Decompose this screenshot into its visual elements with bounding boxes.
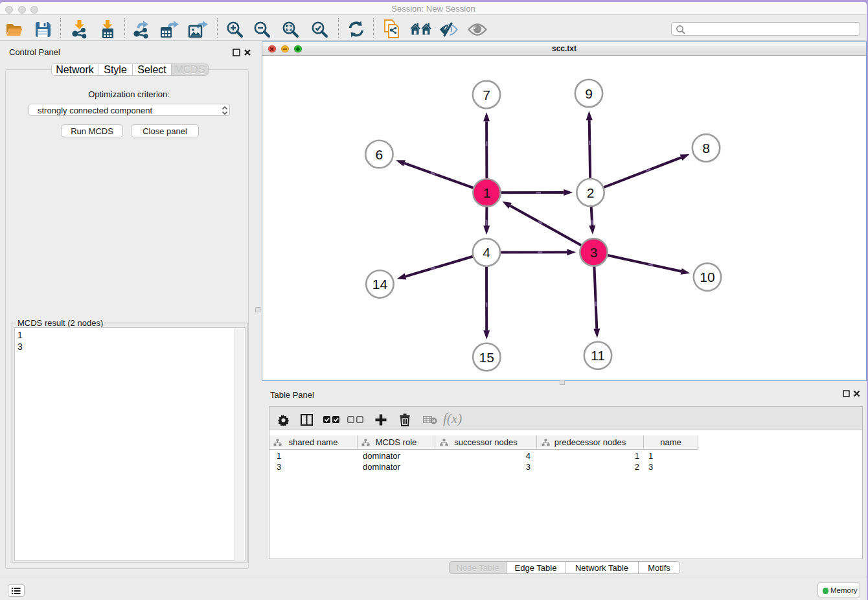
svg-text:4: 4 bbox=[483, 245, 490, 260]
svg-text:7: 7 bbox=[483, 87, 490, 102]
svg-text:10: 10 bbox=[700, 270, 714, 284]
svg-text:3: 3 bbox=[590, 245, 598, 260]
svg-text:6: 6 bbox=[376, 147, 383, 162]
svg-text:1: 1 bbox=[483, 185, 491, 200]
svg-text:9: 9 bbox=[585, 86, 593, 101]
svg-text:8: 8 bbox=[702, 141, 710, 156]
svg-text:15: 15 bbox=[479, 350, 494, 365]
svg-text:11: 11 bbox=[591, 348, 605, 363]
svg-text:2: 2 bbox=[587, 185, 595, 200]
svg-text:14: 14 bbox=[372, 277, 388, 292]
